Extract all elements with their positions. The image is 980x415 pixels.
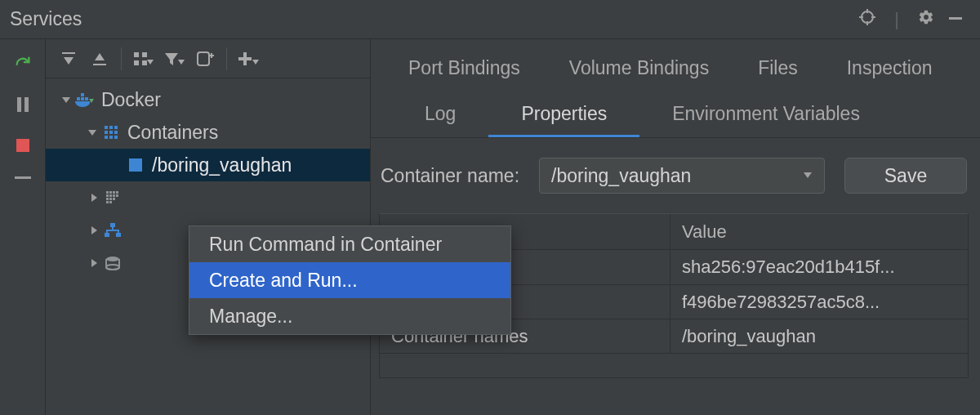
chevron-right-icon[interactable] bbox=[87, 225, 101, 235]
svg-rect-33 bbox=[109, 126, 113, 129]
hide-icon[interactable] bbox=[13, 176, 33, 196]
svg-marker-62 bbox=[804, 172, 812, 178]
context-menu-item-run-command[interactable]: Run Command in Container bbox=[189, 226, 510, 262]
table-cell-value: sha256:97eac20d1b415f... bbox=[670, 250, 968, 284]
add-icon[interactable] bbox=[234, 45, 263, 73]
chevron-right-icon[interactable] bbox=[87, 193, 101, 203]
tab-port-bindings[interactable]: Port Bindings bbox=[384, 47, 545, 93]
tree-node-label: Docker bbox=[101, 89, 161, 111]
detail-tabs-top: Port Bindings Volume Bindings Files Insp… bbox=[371, 47, 980, 93]
tree-node-container-selected[interactable]: /boring_vaughan bbox=[46, 149, 370, 181]
volumes-icon bbox=[101, 256, 124, 270]
tab-volume-bindings[interactable]: Volume Bindings bbox=[545, 47, 733, 93]
svg-marker-16 bbox=[147, 60, 154, 65]
context-menu: Run Command in Container Create and Run.… bbox=[189, 225, 511, 335]
pause-icon[interactable] bbox=[13, 95, 33, 114]
svg-rect-12 bbox=[134, 52, 139, 57]
save-button[interactable]: Save bbox=[844, 158, 967, 194]
svg-rect-45 bbox=[116, 191, 118, 194]
svg-rect-51 bbox=[109, 198, 112, 200]
svg-rect-29 bbox=[81, 93, 84, 96]
svg-rect-27 bbox=[81, 97, 84, 100]
svg-point-61 bbox=[106, 265, 119, 270]
expand-all-icon[interactable] bbox=[54, 45, 83, 73]
chevron-down-icon[interactable] bbox=[85, 127, 100, 137]
svg-rect-40 bbox=[114, 136, 118, 139]
minimize-icon[interactable] bbox=[941, 9, 970, 30]
svg-rect-23 bbox=[238, 57, 252, 60]
toolbar-separator bbox=[226, 47, 227, 70]
run-gutter bbox=[0, 39, 46, 415]
services-tree-panel: Docker Containers /boring_vaughan bbox=[46, 39, 371, 415]
svg-marker-31 bbox=[88, 130, 96, 136]
svg-rect-56 bbox=[110, 223, 115, 227]
new-session-icon[interactable] bbox=[190, 45, 220, 73]
svg-rect-14 bbox=[134, 60, 139, 65]
rerun-icon[interactable] bbox=[13, 54, 33, 74]
tab-files[interactable]: Files bbox=[733, 47, 822, 93]
collapse-all-icon[interactable] bbox=[85, 45, 114, 73]
tab-inspection[interactable]: Inspection bbox=[822, 47, 957, 93]
context-menu-item-manage[interactable]: Manage... bbox=[189, 298, 510, 334]
svg-rect-38 bbox=[105, 136, 108, 139]
svg-rect-39 bbox=[109, 136, 113, 139]
svg-rect-26 bbox=[77, 97, 80, 100]
svg-marker-41 bbox=[91, 194, 97, 202]
svg-marker-17 bbox=[165, 53, 178, 65]
svg-rect-49 bbox=[116, 194, 118, 197]
svg-rect-7 bbox=[24, 97, 29, 112]
svg-rect-6 bbox=[17, 97, 21, 112]
tab-properties[interactable]: Properties bbox=[488, 93, 639, 137]
tab-log[interactable]: Log bbox=[392, 93, 488, 137]
container-name-row: Container name: /boring_vaughan Save bbox=[371, 138, 980, 203]
svg-marker-10 bbox=[95, 53, 105, 60]
table-header-value[interactable]: Value bbox=[670, 214, 968, 250]
svg-point-60 bbox=[106, 257, 119, 261]
table-cell-value: /boring_vaughan bbox=[670, 319, 968, 353]
tool-window-titlebar: Services | bbox=[0, 0, 980, 39]
target-icon[interactable] bbox=[853, 9, 882, 30]
gear-icon[interactable] bbox=[911, 9, 941, 30]
svg-rect-50 bbox=[106, 198, 109, 200]
stop-icon[interactable] bbox=[13, 136, 33, 155]
tab-env-vars[interactable]: Environment Variables bbox=[639, 93, 893, 137]
detail-tabs-sub: Log Properties Environment Variables bbox=[371, 93, 980, 138]
svg-rect-28 bbox=[85, 97, 88, 100]
networks-icon bbox=[101, 223, 124, 238]
chevron-right-icon[interactable] bbox=[87, 258, 101, 268]
svg-rect-34 bbox=[114, 126, 118, 129]
group-by-icon[interactable] bbox=[128, 45, 158, 73]
tool-window-title: Services bbox=[10, 8, 853, 30]
svg-rect-37 bbox=[114, 131, 118, 134]
containers-icon bbox=[100, 125, 122, 140]
container-icon bbox=[124, 158, 147, 172]
svg-rect-57 bbox=[105, 233, 109, 237]
svg-marker-24 bbox=[252, 60, 259, 65]
tree-node-containers[interactable]: Containers bbox=[46, 116, 370, 149]
context-menu-item-create-and-run[interactable]: Create and Run... bbox=[189, 262, 510, 298]
svg-rect-53 bbox=[106, 201, 109, 203]
svg-marker-9 bbox=[64, 57, 74, 65]
svg-rect-5 bbox=[949, 17, 962, 20]
filter-icon[interactable] bbox=[159, 45, 189, 73]
tree-toolbar bbox=[46, 39, 370, 78]
tree-node-docker[interactable]: Docker bbox=[46, 83, 370, 116]
svg-marker-25 bbox=[62, 97, 70, 103]
docker-icon bbox=[74, 92, 96, 107]
tree-node-label: Containers bbox=[127, 122, 218, 144]
titlebar-separator: | bbox=[882, 9, 911, 30]
chevron-down-icon[interactable] bbox=[59, 95, 74, 105]
svg-marker-55 bbox=[91, 226, 97, 234]
svg-rect-35 bbox=[105, 131, 108, 134]
svg-rect-8 bbox=[62, 52, 75, 54]
tree-node-collapsed-images[interactable] bbox=[46, 181, 370, 214]
tree-node-label: /boring_vaughan bbox=[152, 154, 292, 176]
svg-rect-32 bbox=[105, 126, 108, 129]
svg-rect-11 bbox=[93, 64, 106, 65]
svg-marker-18 bbox=[178, 60, 185, 65]
svg-rect-47 bbox=[109, 194, 112, 197]
svg-rect-58 bbox=[116, 233, 121, 237]
container-name-select[interactable]: /boring_vaughan bbox=[539, 158, 825, 194]
svg-rect-54 bbox=[109, 201, 112, 203]
svg-rect-43 bbox=[109, 191, 112, 194]
